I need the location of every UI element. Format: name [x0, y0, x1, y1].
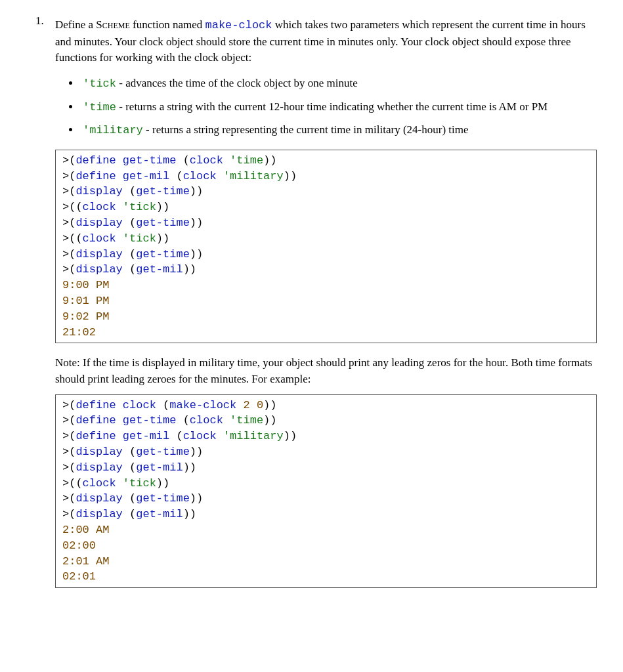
- question-number: 1.: [35, 13, 49, 30]
- question-block: 1. Define a Scheme function named make-c…: [35, 13, 597, 600]
- bullet-list: 'tick - advances the time of the clock o…: [55, 75, 597, 139]
- code-block-1: >(define get-time (clock 'time)) >(defin…: [55, 150, 597, 344]
- bullet-symbol: 'military: [83, 124, 143, 136]
- bullet-symbol: 'time: [83, 101, 116, 114]
- bullet-text: - returns a string with the current 12-h…: [116, 100, 548, 113]
- bullet-item: 'tick - advances the time of the clock o…: [80, 75, 597, 93]
- question-body: Define a Scheme function named make-cloc…: [55, 13, 597, 600]
- make-clock-name: make-clock: [205, 19, 272, 32]
- intro-text-b: function named: [130, 18, 205, 31]
- bullet-text: - advances the time of the clock object …: [116, 77, 358, 89]
- bullet-item: 'military - returns a string representin…: [80, 122, 597, 139]
- intro-paragraph: Define a Scheme function named make-cloc…: [55, 17, 597, 66]
- bullet-symbol: 'tick: [83, 77, 116, 90]
- bullet-text: - returns a string representing the curr…: [143, 123, 469, 136]
- note-paragraph: Note: If the time is displayed in milita…: [55, 355, 597, 387]
- bullet-item: 'time - returns a string with the curren…: [80, 99, 597, 116]
- scheme-word: Scheme: [96, 18, 129, 31]
- code-block-2: >(define clock (make-clock 2 0)) >(defin…: [55, 394, 597, 589]
- intro-text-a: Define a: [55, 18, 96, 31]
